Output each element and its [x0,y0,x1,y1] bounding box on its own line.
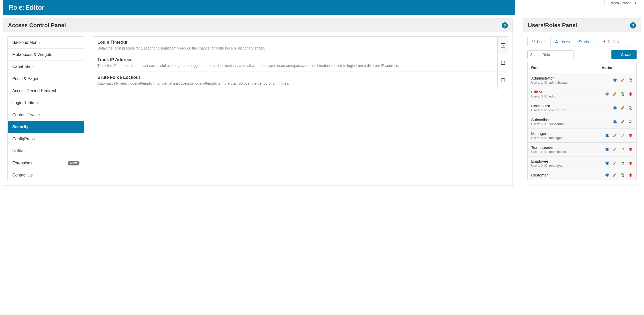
nav-item-content-teaser[interactable]: Content Teaser [8,109,84,121]
nav-item-extensions[interactable]: ExtensionsNEW [8,157,84,169]
nav-item-capabilities[interactable]: Capabilities [8,61,84,73]
edit-icon[interactable] [620,106,625,110]
role-actions [602,173,633,177]
setting-checkbox[interactable] [497,37,508,54]
tab-default[interactable]: Default [598,37,623,46]
delete-icon[interactable] [628,161,633,165]
role-name[interactable]: Manager [531,131,595,136]
nav-item-utilities[interactable]: Utilities [8,145,84,157]
role-meta: Users: 0; ID: team leader [531,150,595,154]
manage-icon[interactable] [605,92,609,96]
edit-icon[interactable] [620,78,625,82]
users-group-icon [532,40,535,44]
acp-title: Access Control Panel [8,22,66,29]
urp-toolbar: Create [527,50,637,59]
role-name[interactable]: Contributor [531,104,595,108]
clone-icon[interactable] [620,173,625,177]
nav-item-contact[interactable]: Contact Us [8,169,84,181]
role-meta: Users: 5; ID: subscriber [531,122,595,126]
delete-icon[interactable] [628,147,633,152]
nav-item-label: Access Denied Redirect [12,88,56,93]
screen-options-button[interactable]: Screen Options ▼ [605,0,641,6]
delete-icon[interactable] [628,92,633,96]
clone-icon[interactable] [620,133,625,138]
nav-item-login-redirect[interactable]: Login Redirect [8,97,84,109]
setting-desc: Delay the login process for 1 second to … [97,46,493,51]
manage-icon[interactable] [612,120,617,124]
manage-icon[interactable] [605,173,609,177]
asterisk-icon [602,40,606,44]
role-name[interactable]: Customer [531,173,595,177]
urp-title: Users/Roles Panel [528,22,577,29]
tab-users[interactable]: Users [551,37,574,46]
nav-item-label: Capabilities [12,64,34,69]
role-name[interactable]: Subscriber [531,117,595,122]
help-icon[interactable]: ? [630,22,636,28]
delete-icon[interactable] [628,133,633,138]
setting-brute-force: Brute Force LockoutAutomatically reject … [93,72,508,89]
clone-icon[interactable] [620,161,625,165]
setting-title: Brute Force Lockout [97,75,493,80]
tab-default-label: Default [608,40,619,44]
manage-icon[interactable] [605,133,609,138]
role-row: EditorUsers: 0; ID: editor [528,87,637,101]
clone-icon[interactable] [620,147,625,152]
setting-track-ip: Track IP AddressTrack the IP address for… [93,54,508,72]
nav-item-label: Utilities [12,149,26,153]
tab-visitor[interactable]: Visitor [574,37,598,46]
role-actions [602,92,633,96]
clone-icon[interactable] [628,78,633,82]
setting-checkbox[interactable] [497,72,508,89]
role-name[interactable]: Team Leader [531,145,595,150]
nav-item-label: Login Redirect [12,101,39,105]
role-meta: Users: 0; ID: employee [531,164,595,168]
manage-icon[interactable] [612,78,617,82]
role-name[interactable]: Employee [531,159,595,163]
role-name: Editor [25,4,45,11]
role-name[interactable]: Editor [531,90,595,94]
clone-icon[interactable] [628,120,633,124]
nav-item-label: Extensions [12,161,32,165]
role-meta: Users: 1; ID: administrator [531,81,595,84]
create-role-button[interactable]: Create [611,50,637,59]
manage-icon[interactable] [612,106,617,110]
nav-item-security[interactable]: Security [8,121,84,133]
role-row: AdministratorUsers: 1; ID: administrator [528,73,637,87]
nav-item-metaboxes[interactable]: Metaboxes & Widgets [8,49,84,61]
nav-item-label: ConfigPress [12,137,35,141]
edit-icon[interactable] [612,147,617,152]
nav-item-label: Posts & Pages [12,76,39,81]
manage-icon[interactable] [605,147,609,152]
security-settings: Login TimeoutDelay the login process for… [93,36,508,181]
nav-item-label: Security [12,125,28,129]
checkbox-empty-icon [501,78,505,83]
nav-item-posts-pages[interactable]: Posts & Pages [8,73,84,85]
nav-item-backend-menu[interactable]: Backend Menu [8,37,84,49]
search-role-input[interactable] [527,50,573,59]
tab-roles[interactable]: Roles [527,37,551,46]
feature-nav: Backend MenuMetaboxes & WidgetsCapabilit… [7,36,84,181]
acp-header: Access Control Panel ? [3,18,512,32]
role-row: Team LeaderUsers: 0; ID: team leader [528,143,637,156]
nav-item-configpress[interactable]: ConfigPress [8,133,84,145]
edit-icon[interactable] [612,133,617,138]
help-icon[interactable]: ? [502,22,508,28]
edit-icon[interactable] [612,161,617,165]
manage-icon[interactable] [605,161,609,165]
role-name[interactable]: Administrator [531,76,595,80]
edit-icon[interactable] [612,92,617,96]
role-actions [602,106,633,110]
setting-checkbox[interactable] [497,54,508,71]
role-actions [602,78,633,82]
delete-icon[interactable] [628,173,633,177]
nav-item-access-denied[interactable]: Access Denied Redirect [8,85,84,97]
role-row: ContributorUsers: 2; ID: contributor [528,101,637,115]
roles-table: Role Action AdministratorUsers: 1; ID: a… [527,62,637,180]
checkbox-empty-icon [501,61,505,65]
tab-visitor-label: Visitor [584,40,594,44]
clone-icon[interactable] [628,106,633,110]
clone-icon[interactable] [620,92,625,96]
edit-icon[interactable] [620,120,625,124]
edit-icon[interactable] [612,173,617,177]
urp-tabs: Roles Users Visitor Default [527,36,637,46]
